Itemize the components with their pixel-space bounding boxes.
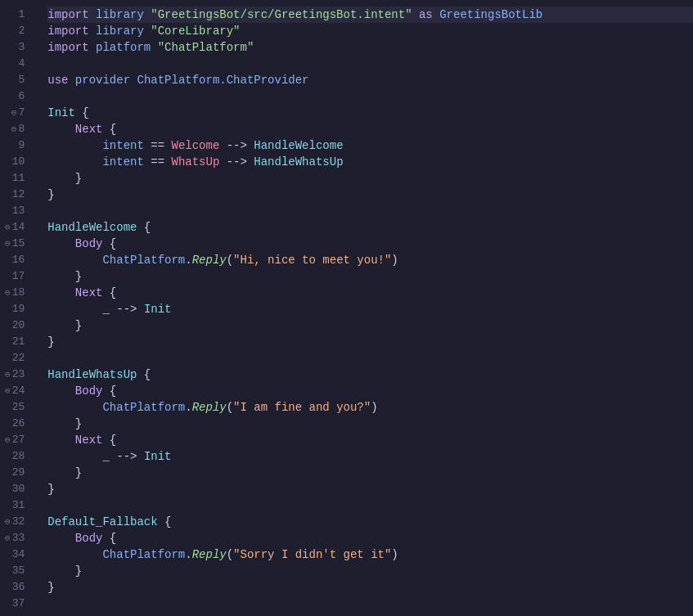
line-number: ⊖27 [0,432,34,448]
brace-token: { [144,368,151,381]
code-line: } [47,465,693,481]
brace-token: } [75,466,82,479]
code-line [47,350,693,366]
str-arg-token: "Hi, nice to meet you!" [233,254,391,267]
string-token: "ChatPlatform" [158,41,254,54]
provider-name-token: ChatPlatform [102,401,185,414]
line-number: 36 [0,579,34,596]
text-token [89,25,96,38]
string-token: "GreetingsBot/src/GreetingsBot.intent" [151,8,412,21]
line-number: 13 [0,203,34,219]
kw-block-token: Body [75,384,103,398]
code-line: Default_Fallback { [47,514,693,530]
code-line: } [47,416,693,432]
state-name-token: Default_Fallback [47,515,157,528]
brace-token: { [110,123,116,136]
code-line: Next { [47,432,693,448]
text-token: --> [110,303,144,316]
code-line: HandleWhatsUp { [47,366,693,383]
kw-block-token: Next [75,286,103,299]
text-token: . [185,254,191,267]
line-number: ⊖32 [0,514,34,530]
text-token [47,434,75,447]
brace-token: } [47,188,54,201]
text-token [47,123,75,136]
kw-block-token: Next [75,123,103,136]
text-token [47,466,75,479]
brace-token: } [47,483,54,496]
code-content[interactable]: import library "GreetingsBot/src/Greetin… [34,0,693,616]
code-line: } [47,170,693,187]
text-token [151,41,157,54]
code-line: Next { [47,285,693,301]
text-token [47,254,102,267]
kw-import-token: import [47,41,88,54]
text-token: --> [110,450,144,463]
text-token [102,237,109,250]
alias-token: GreetingsBotLib [439,8,542,21]
brace-token: } [75,319,82,332]
kw-intent-token: intent [102,139,143,152]
brace-token: } [75,417,82,430]
line-number: ⊖24 [0,383,34,399]
brace-token: { [110,286,116,299]
code-line: Body { [47,530,693,546]
text-token [75,106,82,119]
text-token [47,548,102,561]
text-token [47,139,102,152]
line-number: 2 [0,23,34,39]
text-token: == [144,155,172,169]
text-token [47,237,75,250]
text-token: == [144,139,172,152]
line-number: 16 [0,252,34,268]
line-number: 3 [0,39,34,56]
kw-block-token: Next [75,434,103,447]
text-token [47,450,102,463]
target-token: HandleWhatsUp [254,155,343,169]
line-numbers: 123456⊖7⊖8910111213⊖14⊖151617⊖1819202122… [0,0,34,616]
text-token: --> [219,155,254,169]
code-line: Next { [47,121,693,137]
state-name-token: HandleWhatsUp [47,368,137,381]
brace-token: } [75,270,82,283]
code-line [47,497,693,514]
text-token [102,123,109,136]
text-token [47,303,102,316]
line-number: 34 [0,546,34,563]
state-name-token: HandleWelcome [47,221,137,234]
text-token: ) [391,548,398,561]
line-number: 37 [0,596,34,612]
kw-block-token: Body [75,532,103,545]
line-number: ⊖15 [0,236,34,252]
line-number: ⊖14 [0,219,34,236]
text-token [47,172,75,185]
line-number: 6 [0,88,34,105]
kw-library-token: library [96,25,144,38]
kw-provider-token: provider [75,74,130,87]
line-number: 4 [0,56,34,72]
text-token [47,155,102,169]
text-token [137,221,143,234]
text-token [47,564,75,578]
code-line: intent == Welcome --> HandleWelcome [47,137,693,154]
kw-library-token: platform [96,41,151,54]
brace-token: } [47,335,54,348]
code-line: } [47,579,693,596]
text-token [158,515,164,528]
code-line [47,88,693,105]
line-number: 26 [0,416,34,432]
brace-token: { [110,384,116,398]
text-token: . [185,548,191,561]
line-number: ⊖18 [0,285,34,301]
code-line: use provider ChatPlatform.ChatProvider [47,72,693,88]
provider-name-token: ChatPlatform [102,548,185,561]
line-number: 1 [0,7,34,23]
str-arg-token: "Sorry I didn't get it" [233,548,391,561]
text-token: ) [371,401,377,414]
text-token [102,286,109,299]
text-token [89,41,96,54]
brace-token: { [110,532,116,545]
method-italic-token: Reply [192,401,227,414]
text-token [102,384,109,398]
line-number: 5 [0,72,34,88]
